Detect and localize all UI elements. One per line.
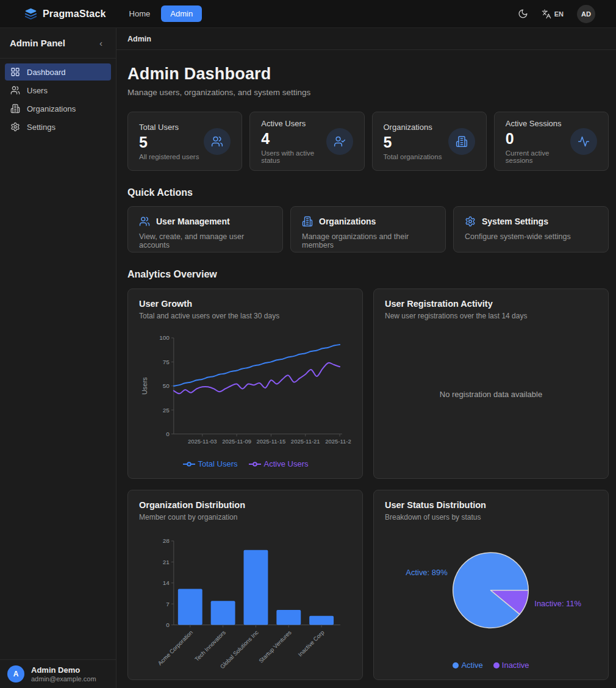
legend-item: Active xyxy=(453,661,482,670)
legend-item: Inactive xyxy=(493,661,529,670)
stat-label: Active Sessions xyxy=(506,119,570,128)
stat-label: Active Users xyxy=(261,119,326,128)
stat-label: Organizations xyxy=(384,123,442,132)
page-subtitle: Manage users, organizations, and system … xyxy=(127,88,609,97)
building-icon xyxy=(302,216,313,227)
svg-text:2025-11-27: 2025-11-27 xyxy=(325,438,351,445)
sidebar-item-label: Users xyxy=(27,86,48,95)
svg-text:Active: 89%: Active: 89% xyxy=(406,567,448,576)
chart-card-user-registration: User Registration Activity New user regi… xyxy=(373,288,609,479)
avatar: A xyxy=(7,665,24,683)
quick-action-description: Manage organizations and their members xyxy=(302,232,434,249)
profile-email: admin@example.com xyxy=(31,675,96,683)
legend-dot-icon xyxy=(493,662,500,668)
svg-text:2025-11-15: 2025-11-15 xyxy=(257,438,286,445)
nav-link-home[interactable]: Home xyxy=(127,5,153,22)
chart-subtitle: Total and active users over the last 30 … xyxy=(139,312,351,320)
top-navbar: PragmaStack Home Admin EN AD xyxy=(0,0,616,28)
brand[interactable]: PragmaStack xyxy=(24,7,106,20)
line-chart: 02550751002025-11-032025-11-092025-11-15… xyxy=(139,320,351,468)
chart-title: User Status Distribution xyxy=(385,500,597,510)
page-title: Admin Dashboard xyxy=(127,65,609,84)
quick-actions-grid: User Management View, create, and manage… xyxy=(127,206,609,253)
breadcrumb[interactable]: Admin xyxy=(127,35,151,43)
sidebar-item-organizations[interactable]: Organizations xyxy=(5,100,111,117)
sidebar-header: Admin Panel ‹ xyxy=(0,28,116,59)
legend-item: Active Users xyxy=(248,459,309,468)
svg-text:2025-11-03: 2025-11-03 xyxy=(188,438,217,445)
analytics-heading: Analytics Overview xyxy=(127,269,609,280)
svg-text:Acme Corporation: Acme Corporation xyxy=(156,629,194,667)
svg-text:28: 28 xyxy=(163,537,170,544)
quick-action-title: Organizations xyxy=(319,217,376,226)
stat-value: 4 xyxy=(261,130,326,148)
legend-item: Total Users xyxy=(182,459,238,468)
nav-link-admin[interactable]: Admin xyxy=(161,5,202,22)
moon-icon xyxy=(518,9,528,19)
stat-card-active-sessions: Active Sessions 0 Current active session… xyxy=(494,112,609,171)
gear-icon xyxy=(465,216,476,227)
sidebar-item-users[interactable]: Users xyxy=(5,82,111,99)
svg-text:2025-11-09: 2025-11-09 xyxy=(222,438,251,445)
sidebar-title: Admin Panel xyxy=(10,38,65,48)
stat-description: Current active sessions xyxy=(506,149,570,164)
stat-value: 5 xyxy=(139,134,199,151)
svg-text:50: 50 xyxy=(163,382,170,389)
stats-grid: Total Users 5 All registered users Activ… xyxy=(127,112,609,171)
quick-action-description: Configure system-wide settings xyxy=(465,232,597,241)
pie-chart: Active: 89%Inactive: 11%ActiveInactive xyxy=(385,521,597,670)
stat-card-active-users: Active Users 4 Users with active status xyxy=(249,112,364,171)
chart-subtitle: Member count by organization xyxy=(139,513,351,521)
svg-text:0: 0 xyxy=(166,622,170,628)
gear-icon xyxy=(10,122,20,132)
chart-title: User Registration Activity xyxy=(385,299,597,309)
sidebar-nav: Dashboard Users Organizations xyxy=(0,59,116,142)
quick-action-title: System Settings xyxy=(482,217,548,226)
svg-text:Inactive: 11%: Inactive: 11% xyxy=(534,598,581,607)
user-menu-avatar[interactable]: AD xyxy=(577,5,595,23)
svg-text:Inactive Corp: Inactive Corp xyxy=(296,629,325,658)
chart-subtitle: Breakdown of users by status xyxy=(385,513,597,521)
stat-label: Total Users xyxy=(139,123,199,132)
dashboard-grid-icon xyxy=(10,67,20,77)
chart-subtitle: New user registrations over the last 14 … xyxy=(385,312,597,320)
sidebar-item-settings[interactable]: Settings xyxy=(5,118,111,135)
users-icon xyxy=(139,216,150,227)
stat-description: All registered users xyxy=(139,153,199,160)
svg-text:0: 0 xyxy=(166,431,170,437)
language-label: EN xyxy=(554,10,564,18)
users-icon xyxy=(10,85,20,95)
main-content: Admin Admin Dashboard Manage users, orga… xyxy=(116,28,616,688)
quick-action-system-settings[interactable]: System Settings Configure system-wide se… xyxy=(453,206,609,253)
svg-text:100: 100 xyxy=(159,334,170,341)
bar-chart: 07142128Acme CorporationTech InnovatorsG… xyxy=(139,521,351,670)
chart-title: Organization Distribution xyxy=(139,500,351,510)
stat-description: Users with active status xyxy=(261,149,326,164)
sidebar-item-label: Organizations xyxy=(27,104,76,113)
svg-text:14: 14 xyxy=(163,579,170,586)
theme-toggle-button[interactable] xyxy=(518,9,528,19)
empty-state-message: No registration data available xyxy=(440,390,542,399)
quick-action-organizations[interactable]: Organizations Manage organizations and t… xyxy=(290,206,446,253)
admin-sidebar: Admin Panel ‹ Dashboard Users xyxy=(0,28,116,688)
sidebar-item-label: Settings xyxy=(27,123,56,132)
svg-text:75: 75 xyxy=(163,358,170,365)
svg-text:21: 21 xyxy=(163,559,170,565)
layers-logo-icon xyxy=(24,7,37,20)
quick-action-user-management[interactable]: User Management View, create, and manage… xyxy=(127,206,283,253)
sidebar-item-dashboard[interactable]: Dashboard xyxy=(5,63,111,81)
legend-line-icon xyxy=(248,461,262,467)
language-switcher[interactable]: EN xyxy=(542,9,564,19)
stat-value: 5 xyxy=(384,134,442,151)
users-icon xyxy=(204,128,231,155)
svg-text:7: 7 xyxy=(166,600,170,607)
legend-line-icon xyxy=(182,461,196,467)
legend-dot-icon xyxy=(453,662,459,668)
sidebar-collapse-button[interactable]: ‹ xyxy=(96,38,106,48)
brand-name: PragmaStack xyxy=(43,9,106,20)
quick-actions-heading: Quick Actions xyxy=(127,187,609,198)
svg-text:Startup Ventures: Startup Ventures xyxy=(257,629,293,664)
navbar-right: EN AD xyxy=(518,5,595,23)
sidebar-user-profile[interactable]: A Admin Demo admin@example.com xyxy=(0,659,116,688)
svg-text:Tech Innovators: Tech Innovators xyxy=(193,629,227,662)
